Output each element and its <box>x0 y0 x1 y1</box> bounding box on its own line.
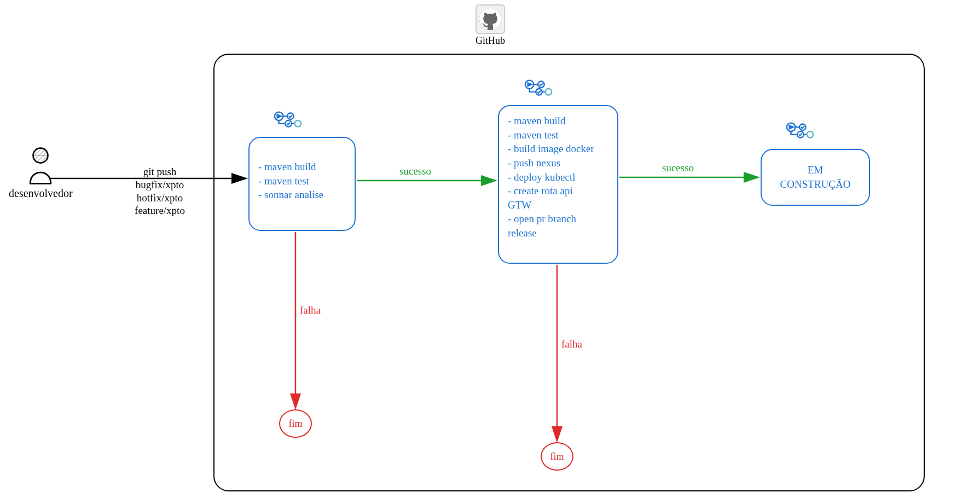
github-icon <box>475 4 505 34</box>
person-icon <box>25 147 56 185</box>
push-branch-1: hotfix/xpto <box>116 192 204 205</box>
actions-icon-2 <box>523 79 555 103</box>
actions-icon-3 <box>785 121 816 146</box>
push-branch-0: bugfix/xpto <box>116 178 204 192</box>
svg-point-10 <box>546 89 552 95</box>
svg-point-6 <box>295 120 301 127</box>
step2-item-2: - build image docker <box>508 142 608 156</box>
step1-item-0: - maven build <box>258 160 346 174</box>
actions-icon-1 <box>272 111 304 135</box>
step2-item-1: - maven test <box>508 128 608 142</box>
step1-item-1: - maven test <box>258 174 346 188</box>
step2-item-7: - open pr branch <box>508 212 608 226</box>
falha-label-2: falha <box>561 338 582 350</box>
fim-label-2: fim <box>550 451 564 462</box>
github-badge: GitHub <box>475 4 505 47</box>
step-box-2: - maven build - maven test - build image… <box>498 105 618 264</box>
step2-item-6: GTW <box>508 198 608 212</box>
step2-item-5: - create rota api <box>508 184 608 198</box>
push-label-block: git push bugfix/xpto hotfix/xpto feature… <box>116 165 204 217</box>
step3-line2: CONSTRUÇÃO <box>780 177 851 192</box>
falha-label-1: falha <box>300 304 321 316</box>
step2-item-3: - push nexus <box>508 156 608 170</box>
diagram-canvas: GitHub desenvolvedor git push bugfix/xpt… <box>0 0 980 498</box>
actor-developer: desenvolvedor <box>9 147 73 200</box>
fim-circle-1: fim <box>279 409 312 438</box>
step-box-1: - maven build - maven test - sonnar anal… <box>248 137 356 231</box>
github-label: GitHub <box>475 35 505 47</box>
push-title: git push <box>143 166 177 177</box>
step1-item-2: - sonnar analise <box>258 188 346 202</box>
step2-item-4: - deploy kubectl <box>508 170 608 184</box>
sucesso-label-2: sucesso <box>662 162 694 174</box>
fim-label-1: fim <box>289 418 303 430</box>
fim-circle-2: fim <box>541 442 573 471</box>
actor-label: desenvolvedor <box>9 187 73 200</box>
svg-point-3 <box>33 148 48 163</box>
step2-item-0: - maven build <box>508 114 608 128</box>
push-branch-2: feature/xpto <box>116 204 204 217</box>
sucesso-label-1: sucesso <box>399 165 431 177</box>
svg-point-14 <box>807 131 814 138</box>
step2-item-8: release <box>508 226 608 240</box>
step-box-3: EM CONSTRUÇÃO <box>761 149 870 206</box>
step3-line1: EM <box>808 163 824 177</box>
